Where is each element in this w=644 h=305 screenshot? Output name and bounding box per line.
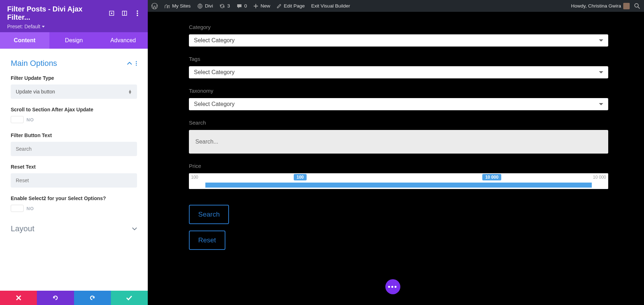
tab-advanced[interactable]: Advanced xyxy=(98,32,148,49)
svg-point-9 xyxy=(136,65,137,66)
save-button[interactable] xyxy=(111,291,148,305)
reset-text-input[interactable] xyxy=(11,173,137,188)
tab-content[interactable]: Content xyxy=(0,32,49,49)
svg-point-7 xyxy=(136,61,137,62)
new-link[interactable]: New xyxy=(253,3,270,9)
search-input[interactable]: Search... xyxy=(189,130,608,154)
preview-content: Category Select Category Tags Select Cat… xyxy=(148,12,644,305)
edit-page-link[interactable]: Edit Page xyxy=(277,3,305,9)
settings-panel: Filter Posts - Divi Ajax Filter... Prese… xyxy=(0,0,148,305)
taxonomy-label: Taxonomy xyxy=(189,88,608,94)
category-select[interactable]: Select Category xyxy=(189,34,608,47)
filter-button-text-group: Filter Button Text xyxy=(11,132,137,156)
tags-select[interactable]: Select Category xyxy=(189,66,608,78)
price-range-slider[interactable]: 100 10 000 100 10 000 xyxy=(189,173,608,189)
filter-update-type-group: Filter Update Type Update via button ▲▼ xyxy=(11,75,137,99)
svg-line-14 xyxy=(638,7,640,9)
layout-toggle-icon[interactable] xyxy=(121,10,128,16)
price-range-fill xyxy=(205,183,592,188)
svg-point-4 xyxy=(137,10,138,12)
panel-footer xyxy=(0,291,148,305)
site-link[interactable]: Divi xyxy=(197,3,213,9)
taxonomy-field: Taxonomy Select Category xyxy=(189,88,608,110)
search-label: Search xyxy=(189,120,608,126)
svg-point-5 xyxy=(137,13,138,14)
tags-field: Tags Select Category xyxy=(189,56,608,78)
exit-visual-builder-link[interactable]: Exit Visual Builder xyxy=(311,3,350,9)
expand-icon[interactable] xyxy=(108,10,115,16)
category-label: Category xyxy=(189,24,608,30)
scroll-section-toggle[interactable]: NO xyxy=(11,116,34,123)
svg-point-8 xyxy=(136,63,137,64)
section-layout[interactable]: Layout xyxy=(11,224,137,233)
section-more-icon[interactable] xyxy=(136,61,137,66)
cancel-button[interactable] xyxy=(0,291,37,305)
category-field: Category Select Category xyxy=(189,24,608,47)
wp-logo-icon[interactable] xyxy=(151,3,158,9)
panel-header: Filter Posts - Divi Ajax Filter... Prese… xyxy=(0,0,148,32)
panel-title: Filter Posts - Divi Ajax Filter... xyxy=(7,5,104,21)
price-label: Price xyxy=(189,163,608,169)
select2-toggle[interactable]: NO xyxy=(11,205,34,212)
more-icon[interactable] xyxy=(134,10,141,16)
howdy-link[interactable]: Howdy, Christina Gwira xyxy=(571,3,630,9)
comments-link[interactable]: 0 xyxy=(236,3,247,9)
reset-text-label: Reset Text xyxy=(11,164,137,170)
price-low-badge: 100 xyxy=(294,174,307,180)
search-button[interactable]: Search xyxy=(189,205,229,224)
avatar xyxy=(623,3,630,9)
price-min-label: 100 xyxy=(191,175,198,180)
select2-group: Enable Select2 for your Select Options? … xyxy=(11,195,137,213)
my-sites-link[interactable]: My Sites xyxy=(164,3,191,9)
reset-button[interactable]: Reset xyxy=(189,231,225,250)
price-field: Price 100 10 000 100 10 000 xyxy=(189,163,608,189)
filter-update-type-select[interactable]: Update via button ▲▼ xyxy=(11,84,137,99)
updates-link[interactable]: 3 xyxy=(219,3,230,9)
tags-label: Tags xyxy=(189,56,608,62)
divi-fab-button[interactable]: ••• xyxy=(385,279,400,294)
filter-button-text-label: Filter Button Text xyxy=(11,132,137,138)
wp-admin-bar: My Sites Divi 3 0 New Edit Page xyxy=(148,0,644,12)
preview-pane: My Sites Divi 3 0 New Edit Page xyxy=(148,0,644,305)
fab-dots-icon: ••• xyxy=(388,283,397,290)
chevron-up-icon[interactable] xyxy=(127,62,132,65)
filter-update-type-label: Filter Update Type xyxy=(11,75,137,81)
scroll-section-group: Scroll to Section After Ajax Update NO xyxy=(11,107,137,125)
search-icon[interactable] xyxy=(634,3,640,9)
reset-text-group: Reset Text xyxy=(11,164,137,188)
svg-point-6 xyxy=(137,15,138,16)
search-field: Search Search... xyxy=(189,120,608,154)
scroll-section-label: Scroll to Section After Ajax Update xyxy=(11,107,137,112)
tab-design[interactable]: Design xyxy=(49,32,99,49)
price-max-label: 10 000 xyxy=(593,175,606,180)
price-high-badge: 10 000 xyxy=(482,174,501,180)
chevron-down-icon xyxy=(132,227,137,230)
taxonomy-select[interactable]: Select Category xyxy=(189,98,608,110)
svg-point-13 xyxy=(635,4,638,7)
svg-point-1 xyxy=(111,13,112,14)
redo-button[interactable] xyxy=(74,291,111,305)
panel-body: Main Options Filter Update Type Update v… xyxy=(0,49,148,291)
panel-tabs: Content Design Advanced xyxy=(0,32,148,49)
dropdown-arrow-icon xyxy=(599,39,603,42)
filter-button-text-input[interactable] xyxy=(11,142,137,156)
select2-label: Enable Select2 for your Select Options? xyxy=(11,195,137,201)
select-arrows-icon: ▲▼ xyxy=(128,89,132,94)
preset-selector[interactable]: Preset: Default xyxy=(7,24,141,29)
section-main-options[interactable]: Main Options xyxy=(11,59,137,68)
dropdown-arrow-icon xyxy=(599,103,603,105)
dropdown-arrow-icon xyxy=(599,71,603,73)
undo-button[interactable] xyxy=(37,291,74,305)
